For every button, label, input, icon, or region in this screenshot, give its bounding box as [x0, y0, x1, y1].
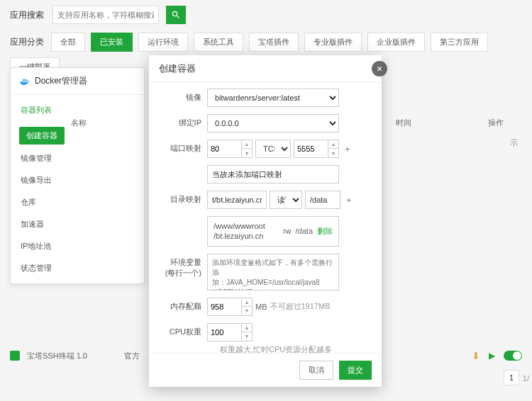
table-head-name: 名称: [71, 118, 87, 128]
cat-installed[interactable]: 已安装: [91, 33, 133, 52]
table-hint: 示: [510, 137, 518, 148]
ssh-home: 官方: [124, 351, 140, 361]
cat-3rd-app[interactable]: 第三方应用: [431, 33, 488, 52]
modal-close-button[interactable]: ×: [372, 61, 387, 77]
env-label: 环境变量(每行一个): [159, 254, 201, 278]
search-input[interactable]: [52, 6, 159, 24]
cat-bt-plugin[interactable]: 宝塔插件: [249, 33, 299, 52]
cat-pro-plugin[interactable]: 专业版插件: [304, 33, 362, 52]
play-icon[interactable]: ▶: [489, 351, 495, 361]
cat-all[interactable]: 全部: [51, 33, 85, 52]
docker-icon: [19, 77, 31, 86]
docker-menu-image[interactable]: 镜像管理: [11, 147, 144, 169]
port-a-down[interactable]: ▼: [242, 149, 252, 157]
dir-a-input[interactable]: [207, 191, 267, 209]
port-a-input[interactable]: [207, 140, 241, 158]
search-label: 应用搜索: [10, 9, 45, 21]
port-a-up[interactable]: ▲: [242, 140, 252, 149]
port-hint-input[interactable]: [207, 165, 339, 183]
env-textarea[interactable]: [207, 254, 339, 290]
ssh-label: 宝塔SSH终端 1.0: [27, 351, 87, 361]
port-label: 端口映射: [159, 140, 201, 154]
dir-delete-link[interactable]: 删除: [317, 226, 333, 237]
dir-data-label: /data: [296, 227, 313, 235]
submit-button[interactable]: 提交: [339, 361, 372, 380]
mem-label: 内存配额: [159, 298, 201, 312]
download-icon[interactable]: ⬇: [472, 350, 480, 361]
table-head-time: 时间: [396, 118, 411, 128]
docker-menu-accel[interactable]: 加速器: [11, 213, 144, 235]
docker-menu-status[interactable]: 状态管理: [11, 257, 144, 279]
port-b-up[interactable]: ▲: [328, 140, 338, 149]
cpu-down[interactable]: ▼: [242, 332, 252, 341]
dir-b-input[interactable]: [305, 191, 340, 209]
toggle-switch[interactable]: [504, 351, 522, 361]
dir-mapping-row: /www/wwwroot/bt.lezaiyun.cn rw /data 删除: [207, 216, 339, 247]
page-number[interactable]: 1: [504, 370, 519, 385]
cat-ent-plugin[interactable]: 企业版插件: [367, 33, 425, 52]
search-button[interactable]: [166, 6, 186, 24]
mem-up[interactable]: ▲: [242, 298, 252, 307]
docker-panel: Docker管理器 容器列表 创建容器 镜像管理 镜像导出 仓库 加速器 IP地…: [10, 67, 145, 284]
table-head-op: 操作: [488, 118, 504, 128]
port-add-button[interactable]: +: [342, 144, 353, 154]
image-select[interactable]: bitwardenrs/server:latest: [207, 89, 339, 107]
ssh-icon: [10, 351, 20, 361]
cpu-up[interactable]: ▲: [242, 324, 252, 332]
mem-input[interactable]: [207, 298, 241, 316]
cpu-label: CPU权重: [159, 323, 201, 337]
docker-menu-repo[interactable]: 仓库: [11, 191, 144, 213]
page-total: 1/: [523, 374, 529, 383]
mem-down[interactable]: ▼: [242, 307, 252, 315]
image-label: 镜像: [159, 89, 201, 103]
dir-rw-label: rw: [283, 227, 292, 235]
modal-title: 创建容器: [149, 55, 382, 83]
ip-label: 绑定IP: [159, 114, 201, 128]
port-b-input[interactable]: [294, 140, 328, 158]
docker-menu-export[interactable]: 镜像导出: [11, 169, 144, 191]
dir-mode-select[interactable]: 读写: [270, 191, 302, 209]
docker-title: Docker管理器: [35, 75, 87, 87]
mem-hint: 不可超过1917MB: [270, 301, 331, 312]
docker-menu-ippool[interactable]: IP地址池: [11, 235, 144, 257]
cat-runtime[interactable]: 运行环境: [138, 33, 188, 52]
cpu-input[interactable]: [207, 323, 241, 341]
ip-select[interactable]: 0.0.0.0: [207, 114, 339, 132]
port-proto-select[interactable]: TCP: [255, 140, 291, 158]
dir-label: 目录映射: [159, 191, 201, 205]
create-container-button[interactable]: 创建容器: [19, 127, 65, 145]
port-b-down[interactable]: ▼: [328, 149, 338, 157]
search-icon: [171, 10, 181, 20]
cancel-button[interactable]: 取消: [299, 361, 333, 380]
mem-unit: MB: [255, 303, 267, 311]
create-container-modal: 创建容器 镜像 bitwardenrs/server:latest 绑定IP 0…: [149, 55, 382, 387]
category-label: 应用分类: [10, 36, 45, 48]
cat-systools[interactable]: 系统工具: [194, 33, 243, 52]
dir-add-button[interactable]: +: [343, 195, 355, 205]
